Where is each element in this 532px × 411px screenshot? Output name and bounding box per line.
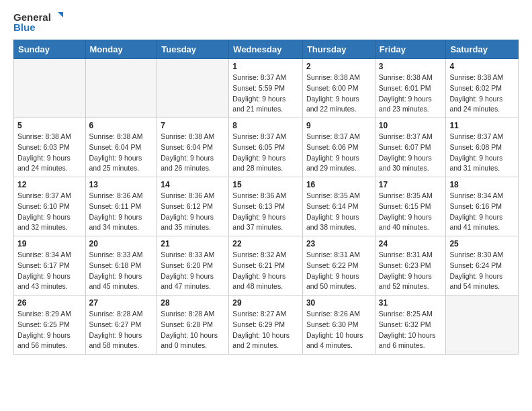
day-number: 8 [232,121,299,130]
day-info: Sunrise: 8:33 AM Sunset: 6:18 PM Dayligh… [89,250,154,292]
week-row-2: 5Sunrise: 8:38 AM Sunset: 6:03 PM Daylig… [14,118,519,177]
day-number: 27 [89,298,154,308]
day-number: 14 [161,180,225,189]
calendar-cell: 18Sunrise: 8:34 AM Sunset: 6:16 PM Dayli… [446,177,519,236]
weekday-header-friday: Friday [375,40,446,59]
day-number: 26 [17,298,82,308]
day-info: Sunrise: 8:34 AM Sunset: 6:17 PM Dayligh… [17,250,82,292]
calendar-cell [157,59,229,118]
day-number: 16 [306,180,371,189]
day-number: 2 [306,62,371,71]
calendar-cell: 16Sunrise: 8:35 AM Sunset: 6:14 PM Dayli… [302,177,375,236]
calendar-cell: 3Sunrise: 8:38 AM Sunset: 6:01 PM Daylig… [375,59,446,118]
calendar-cell [14,59,86,118]
week-row-5: 26Sunrise: 8:29 AM Sunset: 6:25 PM Dayli… [14,295,519,355]
day-info: Sunrise: 8:36 AM Sunset: 6:13 PM Dayligh… [232,191,299,233]
week-row-1: 1Sunrise: 8:37 AM Sunset: 5:59 PM Daylig… [14,59,519,118]
day-info: Sunrise: 8:31 AM Sunset: 6:23 PM Dayligh… [379,250,443,292]
calendar-cell: 24Sunrise: 8:31 AM Sunset: 6:23 PM Dayli… [375,236,446,295]
calendar-cell: 19Sunrise: 8:34 AM Sunset: 6:17 PM Dayli… [14,236,86,295]
weekday-header-thursday: Thursday [302,40,375,59]
day-info: Sunrise: 8:32 AM Sunset: 6:21 PM Dayligh… [232,250,299,292]
day-number: 21 [161,239,225,248]
calendar-cell: 11Sunrise: 8:37 AM Sunset: 6:08 PM Dayli… [446,118,519,177]
day-number: 1 [232,62,299,71]
day-number: 20 [89,239,154,248]
day-number: 18 [449,180,515,189]
weekday-header-saturday: Saturday [446,40,519,59]
day-info: Sunrise: 8:38 AM Sunset: 6:03 PM Dayligh… [17,132,82,174]
day-number: 19 [17,239,82,248]
calendar-cell: 5Sunrise: 8:38 AM Sunset: 6:03 PM Daylig… [14,118,86,177]
day-number: 25 [449,239,515,248]
day-info: Sunrise: 8:38 AM Sunset: 6:01 PM Dayligh… [379,73,443,115]
logo-general-text: General [13,11,51,23]
day-number: 13 [89,180,154,189]
day-info: Sunrise: 8:33 AM Sunset: 6:20 PM Dayligh… [161,250,225,292]
day-info: Sunrise: 8:35 AM Sunset: 6:14 PM Dayligh… [306,191,371,233]
day-info: Sunrise: 8:37 AM Sunset: 6:10 PM Dayligh… [17,191,82,233]
calendar-cell [85,59,157,118]
day-info: Sunrise: 8:27 AM Sunset: 6:29 PM Dayligh… [232,309,299,351]
day-number: 4 [449,62,515,71]
calendar-cell: 22Sunrise: 8:32 AM Sunset: 6:21 PM Dayli… [229,236,303,295]
day-number: 31 [379,298,443,308]
day-number: 11 [449,121,515,130]
day-info: Sunrise: 8:37 AM Sunset: 5:59 PM Dayligh… [232,73,299,115]
day-number: 12 [17,180,82,189]
day-info: Sunrise: 8:36 AM Sunset: 6:12 PM Dayligh… [161,191,225,233]
day-number: 7 [161,121,225,130]
day-number: 15 [232,180,299,189]
calendar-cell: 15Sunrise: 8:36 AM Sunset: 6:13 PM Dayli… [229,177,303,236]
calendar-cell: 4Sunrise: 8:38 AM Sunset: 6:02 PM Daylig… [446,59,519,118]
day-number: 30 [306,298,371,308]
header: General Blue [13,11,519,33]
calendar-cell: 25Sunrise: 8:30 AM Sunset: 6:24 PM Dayli… [446,236,519,295]
day-info: Sunrise: 8:37 AM Sunset: 6:08 PM Dayligh… [449,132,515,174]
day-info: Sunrise: 8:36 AM Sunset: 6:11 PM Dayligh… [89,191,154,233]
calendar-cell: 2Sunrise: 8:38 AM Sunset: 6:00 PM Daylig… [302,59,375,118]
day-number: 24 [379,239,443,248]
calendar-cell: 31Sunrise: 8:25 AM Sunset: 6:32 PM Dayli… [375,295,446,355]
day-info: Sunrise: 8:25 AM Sunset: 6:32 PM Dayligh… [379,309,443,351]
calendar-table: SundayMondayTuesdayWednesdayThursdayFrid… [13,40,519,355]
calendar-cell: 30Sunrise: 8:26 AM Sunset: 6:30 PM Dayli… [302,295,375,355]
day-number: 5 [17,121,82,130]
day-number: 9 [306,121,371,130]
day-info: Sunrise: 8:37 AM Sunset: 6:06 PM Dayligh… [306,132,371,174]
calendar-cell: 13Sunrise: 8:36 AM Sunset: 6:11 PM Dayli… [85,177,157,236]
logo: General Blue [13,11,64,33]
svg-marker-0 [58,12,63,17]
day-info: Sunrise: 8:28 AM Sunset: 6:28 PM Dayligh… [161,309,225,351]
day-info: Sunrise: 8:28 AM Sunset: 6:27 PM Dayligh… [89,309,154,351]
week-row-3: 12Sunrise: 8:37 AM Sunset: 6:10 PM Dayli… [14,177,519,236]
calendar-cell: 28Sunrise: 8:28 AM Sunset: 6:28 PM Dayli… [157,295,229,355]
calendar-cell: 7Sunrise: 8:38 AM Sunset: 6:04 PM Daylig… [157,118,229,177]
calendar-cell: 6Sunrise: 8:38 AM Sunset: 6:04 PM Daylig… [85,118,157,177]
weekday-header-sunday: Sunday [14,40,86,59]
day-info: Sunrise: 8:38 AM Sunset: 6:00 PM Dayligh… [306,73,371,115]
calendar-cell: 12Sunrise: 8:37 AM Sunset: 6:10 PM Dayli… [14,177,86,236]
calendar-cell: 23Sunrise: 8:31 AM Sunset: 6:22 PM Dayli… [302,236,375,295]
day-number: 28 [161,298,225,308]
calendar-cell: 9Sunrise: 8:37 AM Sunset: 6:06 PM Daylig… [302,118,375,177]
day-info: Sunrise: 8:34 AM Sunset: 6:16 PM Dayligh… [449,191,515,233]
day-info: Sunrise: 8:38 AM Sunset: 6:04 PM Dayligh… [89,132,154,174]
day-number: 17 [379,180,443,189]
day-info: Sunrise: 8:35 AM Sunset: 6:15 PM Dayligh… [379,191,443,233]
day-number: 3 [379,62,443,71]
weekday-header-row: SundayMondayTuesdayWednesdayThursdayFrid… [14,40,519,59]
calendar-cell: 8Sunrise: 8:37 AM Sunset: 6:05 PM Daylig… [229,118,303,177]
week-row-4: 19Sunrise: 8:34 AM Sunset: 6:17 PM Dayli… [14,236,519,295]
logo-blue-text: Blue [13,21,36,33]
day-info: Sunrise: 8:26 AM Sunset: 6:30 PM Dayligh… [306,309,371,351]
calendar-cell: 21Sunrise: 8:33 AM Sunset: 6:20 PM Dayli… [157,236,229,295]
page-container: General Blue SundayMondayTuesdayWednesda… [0,0,532,365]
calendar-cell: 27Sunrise: 8:28 AM Sunset: 6:27 PM Dayli… [85,295,157,355]
weekday-header-wednesday: Wednesday [229,40,303,59]
day-info: Sunrise: 8:31 AM Sunset: 6:22 PM Dayligh… [306,250,371,292]
day-number: 6 [89,121,154,130]
calendar-cell: 29Sunrise: 8:27 AM Sunset: 6:29 PM Dayli… [229,295,303,355]
day-info: Sunrise: 8:37 AM Sunset: 6:05 PM Dayligh… [232,132,299,174]
day-info: Sunrise: 8:38 AM Sunset: 6:02 PM Dayligh… [449,73,515,115]
